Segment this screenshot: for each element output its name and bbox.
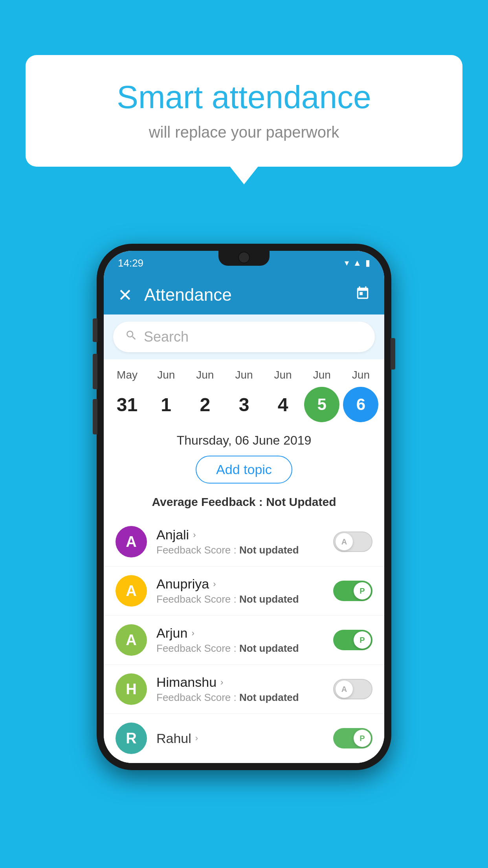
toggle-rahul[interactable]: P [333,728,372,748]
wifi-icon: ▾ [345,258,349,268]
toggle-himanshu[interactable]: A [333,679,372,699]
chevron-icon: › [213,579,216,589]
close-button[interactable]: ✕ [118,285,132,305]
toggle-anjali[interactable]: A [333,531,372,552]
student-info-himanshu: Himanshu › Feedback Score : Not updated [156,675,324,704]
phone-mockup: 14:29 ▾ ▲ ▮ ✕ Attendance [97,244,391,770]
bubble-subtitle: will replace your paperwork [57,123,431,141]
cal-day-1[interactable]: Jun 1 [147,369,185,422]
bubble-title: Smart attendance [57,79,431,116]
student-row-arjun[interactable]: A Arjun › Feedback Score : Not updated P [104,616,384,665]
chevron-icon: › [193,530,196,540]
student-name-himanshu: Himanshu › [156,675,324,690]
student-name-anupriya: Anupriya › [156,576,324,592]
student-name-arjun: Arjun › [156,625,324,641]
add-topic-container: Add topic [104,452,384,491]
student-info-anjali: Anjali › Feedback Score : Not updated [156,527,324,556]
search-bar[interactable]: Search [113,322,375,352]
search-icon [125,329,138,345]
power-button [391,338,395,370]
battery-icon: ▮ [365,258,370,268]
toggle-anupriya[interactable]: P [333,581,372,601]
student-feedback-anupriya: Feedback Score : Not updated [156,593,324,605]
avatar-arjun: A [116,624,147,656]
speech-bubble: Smart attendance will replace your paper… [26,55,462,167]
search-placeholder: Search [144,329,189,345]
cal-day-5[interactable]: Jun 5 [303,369,341,422]
student-info-arjun: Arjun › Feedback Score : Not updated [156,625,324,655]
status-time: 14:29 [118,257,143,269]
avg-feedback-value: Not Updated [266,495,336,508]
chevron-icon: › [191,628,194,638]
signal-icon: ▲ [353,258,361,268]
selected-date: Thursday, 06 June 2019 [104,426,384,452]
volume-button-1 [93,318,97,342]
avg-feedback-label: Average Feedback : [152,495,266,508]
student-feedback-anjali: Feedback Score : Not updated [156,544,324,556]
cal-day-6[interactable]: Jun 6 [341,369,380,422]
cal-day-2[interactable]: Jun 2 [185,369,224,422]
student-name-anjali: Anjali › [156,527,324,542]
chevron-icon: › [195,733,198,743]
chevron-icon: › [220,677,223,688]
student-name-rahul: Rahul › [156,731,324,746]
status-icons: ▾ ▲ ▮ [345,258,370,268]
student-row-himanshu[interactable]: H Himanshu › Feedback Score : Not update… [104,665,384,714]
volume-button-2 [93,354,97,389]
add-topic-button[interactable]: Add topic [196,456,292,484]
student-info-anupriya: Anupriya › Feedback Score : Not updated [156,576,324,605]
cal-day-3[interactable]: Jun 3 [224,369,263,422]
avatar-anjali: A [116,526,147,557]
student-feedback-himanshu: Feedback Score : Not updated [156,691,324,704]
cal-day-4[interactable]: Jun 4 [264,369,303,422]
student-info-rahul: Rahul › [156,731,324,746]
student-row-rahul[interactable]: R Rahul › P [104,714,384,763]
calendar-icon[interactable] [355,286,370,304]
app-bar: ✕ Attendance [104,275,384,314]
student-row-anjali[interactable]: A Anjali › Feedback Score : Not updated … [104,517,384,566]
student-feedback-arjun: Feedback Score : Not updated [156,642,324,655]
avatar-rahul: R [116,723,147,754]
toggle-arjun[interactable]: P [333,630,372,650]
average-feedback: Average Feedback : Not Updated [104,491,384,517]
volume-button-3 [93,399,97,434]
phone-screen: 14:29 ▾ ▲ ▮ ✕ Attendance [104,251,384,763]
avatar-himanshu: H [116,673,147,705]
student-list: A Anjali › Feedback Score : Not updated … [104,517,384,763]
app-title: Attendance [144,285,343,305]
student-row-anupriya[interactable]: A Anupriya › Feedback Score : Not update… [104,566,384,616]
search-bar-container: Search [104,314,384,359]
avatar-anupriya: A [116,575,147,607]
cal-day-0[interactable]: May 31 [108,369,147,422]
phone-camera [238,252,250,263]
calendar-strip: May 31 Jun 1 Jun 2 Jun 3 Jun 4 [104,359,384,426]
